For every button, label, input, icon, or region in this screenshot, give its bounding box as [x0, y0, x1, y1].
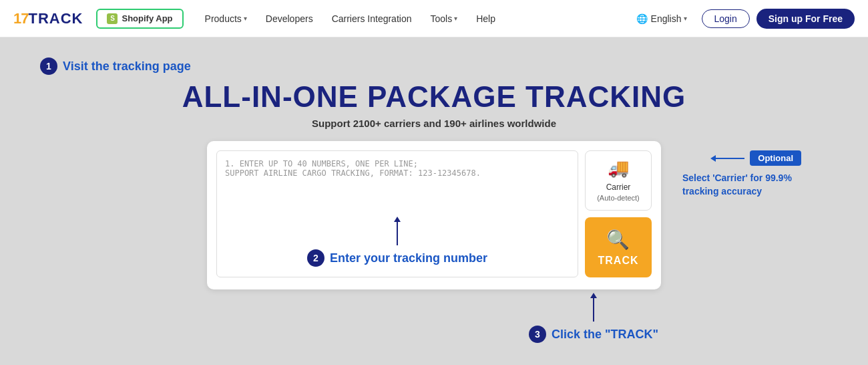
optional-desc: Select 'Carrier' for 99.9% tracking accu…: [682, 172, 796, 198]
step2-circle: 2: [307, 249, 324, 267]
tracking-sidebar: 🚚 Carrier (Auto-detect) 🔍 TRACK: [585, 150, 652, 280]
shopify-app-button[interactable]: S Shopify App: [96, 9, 183, 29]
logo-track: TRACK: [28, 10, 83, 27]
logo-17: 17: [13, 10, 28, 27]
step1-text: Visit the tracking page: [63, 59, 191, 74]
nav-item-help[interactable]: Help: [468, 9, 503, 28]
step3-annotation: 3 Click the "TRACK": [529, 297, 658, 343]
nav-links: Products ▾ Developers Carriers Integrati…: [197, 9, 628, 28]
shopify-icon: S: [107, 13, 118, 24]
tracking-widget: // Set placeholder-like text content doc…: [207, 141, 661, 289]
carrier-label: Carrier (Auto-detect): [597, 182, 640, 203]
optional-annotation: Optional: [715, 150, 801, 166]
track-icon: 🔍: [606, 229, 630, 251]
page-title: ALL-IN-ONE PACKAGE TRACKING: [182, 80, 686, 114]
signup-button[interactable]: Sign up For Free: [756, 9, 855, 29]
nav-actions: 🌐 English ▾ Login Sign up For Free: [628, 9, 855, 29]
nav-item-products[interactable]: Products ▾: [197, 9, 255, 28]
logo: 17 TRACK: [13, 10, 83, 27]
step3-text: Click the "TRACK": [552, 328, 658, 342]
chevron-down-icon: ▾: [684, 15, 687, 22]
navbar: 17 TRACK S Shopify App Products ▾ Develo…: [0, 0, 868, 37]
language-selector[interactable]: 🌐 English ▾: [628, 9, 695, 28]
track-button[interactable]: 🔍 TRACK: [585, 217, 652, 277]
subtitle: Support 2100+ carriers and 190+ airlines…: [312, 118, 556, 129]
step3-circle: 3: [529, 326, 546, 343]
step1-circle: 1: [40, 57, 57, 75]
main-content: 1 Visit the tracking page ALL-IN-ONE PAC…: [0, 37, 868, 310]
nav-item-tools[interactable]: Tools ▾: [422, 9, 465, 28]
tracking-textarea-wrap: // Set placeholder-like text content doc…: [216, 150, 578, 280]
step2-text: Enter your tracking number: [330, 251, 487, 265]
truck-icon: 🚚: [608, 158, 629, 178]
chevron-down-icon: ▾: [244, 15, 247, 22]
globe-icon: 🌐: [636, 13, 648, 24]
shopify-label: Shopify App: [122, 13, 172, 23]
step2-annotation: 2 Enter your tracking number: [307, 221, 487, 267]
carrier-button[interactable]: 🚚 Carrier (Auto-detect): [585, 150, 652, 211]
optional-badge: Optional: [750, 150, 801, 166]
login-button[interactable]: Login: [702, 9, 750, 28]
step1-label: 1 Visit the tracking page: [40, 57, 191, 75]
nav-item-carriers[interactable]: Carriers Integration: [324, 9, 420, 28]
nav-item-developers[interactable]: Developers: [258, 9, 321, 28]
chevron-down-icon: ▾: [454, 15, 457, 22]
